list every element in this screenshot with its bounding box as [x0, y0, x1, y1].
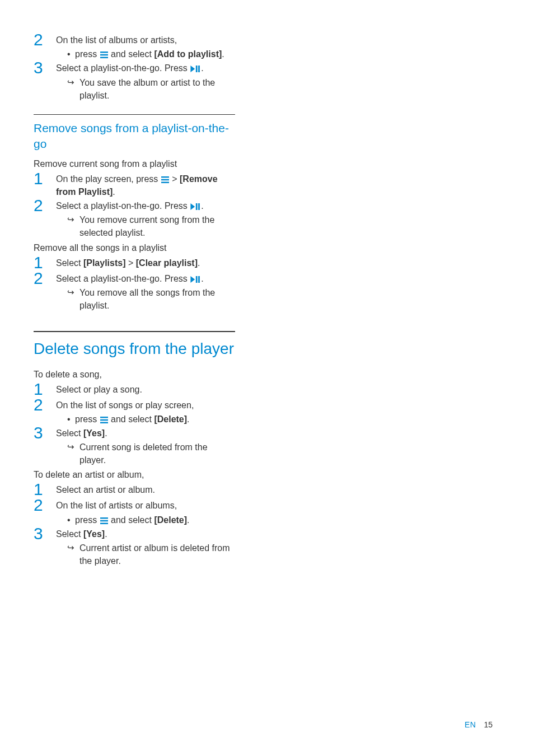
result-row: ↪ You save the album or artist to the pl… — [56, 76, 235, 102]
text-fragment: Select a playlist-on-the-go. Press — [56, 63, 190, 73]
result-text: You save the album or artist to the play… — [79, 76, 235, 102]
step-row: 2 Select a playlist-on-the-go. Press . ↪… — [34, 199, 235, 240]
text-fragment: . — [187, 515, 189, 525]
ui-label: [Clear playlist] — [136, 258, 198, 268]
text-fragment: Select a playlist-on-the-go. Press — [56, 201, 190, 211]
bullet-row: • press and select [Delete]. — [56, 514, 235, 526]
step-body: Select a playlist-on-the-go. Press . ↪ Y… — [56, 199, 235, 240]
bullet-text: press and select [Delete]. — [75, 514, 235, 526]
text-fragment: and select — [109, 515, 154, 525]
ui-label: [Playlists] — [83, 258, 126, 268]
text-fragment: . — [105, 428, 107, 438]
footer-language: EN — [465, 720, 476, 729]
text-fragment: and select — [109, 49, 154, 59]
text-fragment: . — [201, 63, 203, 73]
text-fragment: . — [201, 274, 203, 283]
text-fragment: press — [75, 49, 100, 59]
step-text: On the list of songs or play screen, — [56, 400, 194, 410]
lead-text: To delete an artist or album, — [34, 470, 235, 480]
text-fragment: . — [113, 187, 115, 197]
result-arrow-icon: ↪ — [67, 542, 79, 554]
step-body: On the list of albums or artists, • pres… — [56, 34, 235, 60]
lead-text: To delete a song, — [34, 370, 235, 380]
step-number: 3 — [34, 59, 56, 76]
subsection-heading: Remove songs from a playlist-on-the-go — [34, 120, 235, 152]
menu-icon — [100, 517, 108, 524]
result-text: Current song is deleted from the player. — [79, 441, 235, 466]
menu-icon — [100, 417, 108, 423]
step-row: 2 On the list of albums or artists, • pr… — [34, 34, 235, 60]
step-body: On the list of songs or play screen, • p… — [56, 399, 235, 426]
step-number: 1 — [34, 170, 56, 187]
lead-text: Remove current song from a playlist — [34, 159, 235, 169]
content-column: 2 On the list of albums or artists, • pr… — [34, 34, 235, 567]
text-fragment: Select — [56, 529, 83, 539]
step-row: 1 Select [Playlists] > [Clear playlist]. — [34, 256, 235, 271]
bullet-row: • press and select [Add to playlist]. — [56, 48, 235, 60]
ui-label: [Yes] — [83, 428, 105, 438]
step-row: 3 Select [Yes]. ↪ Current artist or albu… — [34, 528, 235, 568]
step-text: Select an artist or album. — [56, 485, 155, 494]
step-body: Select a playlist-on-the-go. Press . ↪ Y… — [56, 272, 235, 312]
bullet-dot-icon: • — [67, 514, 75, 526]
step-number: 2 — [34, 270, 56, 287]
result-row: ↪ You remove all the songs from the play… — [56, 286, 235, 312]
result-arrow-icon: ↪ — [67, 441, 79, 453]
result-text: Current artist or album is deleted from … — [79, 542, 235, 567]
divider-thick — [34, 331, 235, 332]
step-body: Select [Playlists] > [Clear playlist]. — [56, 256, 235, 269]
result-arrow-icon: ↪ — [67, 213, 79, 226]
step-text: On the list of artists or albums, — [56, 501, 177, 510]
text-fragment: Select — [56, 428, 83, 438]
step-body: Select an artist or album. — [56, 483, 235, 496]
ui-label: [Add to playlist] — [154, 49, 222, 59]
ui-label: [Delete] — [154, 515, 187, 525]
play-pause-icon — [190, 203, 200, 210]
step-row: 1 On the play screen, press > [Remove fr… — [34, 172, 235, 198]
text-fragment: . — [198, 258, 200, 268]
section-heading: Delete songs from the player — [34, 339, 235, 359]
divider-thin — [34, 114, 235, 115]
step-text: On the list of albums or artists, — [56, 35, 177, 45]
step-row: 2 On the list of artists or albums, • pr… — [34, 499, 235, 526]
result-row: ↪ Current song is deleted from the playe… — [56, 441, 235, 466]
text-fragment: . — [187, 414, 189, 424]
result-row: ↪ You remove current song from the selec… — [56, 213, 235, 239]
bullet-row: • press and select [Delete]. — [56, 413, 235, 426]
page-footer: EN15 — [465, 720, 493, 729]
step-row: 3 Select [Yes]. ↪ Current song is delete… — [34, 427, 235, 467]
result-text: You remove current song from the selecte… — [79, 213, 235, 239]
step-row: 1 Select or play a song. — [34, 383, 235, 398]
step-number: 2 — [34, 497, 56, 514]
text-fragment: > — [170, 174, 180, 184]
step-row: 1 Select an artist or album. — [34, 483, 235, 498]
text-fragment: press — [75, 414, 100, 424]
step-body: Select [Yes]. ↪ Current song is deleted … — [56, 427, 235, 467]
text-fragment: On the play screen, press — [56, 174, 161, 184]
bullet-text: press and select [Delete]. — [75, 413, 235, 426]
step-body: Select [Yes]. ↪ Current artist or album … — [56, 528, 235, 568]
bullet-dot-icon: • — [67, 413, 75, 426]
step-row: 2 On the list of songs or play screen, •… — [34, 399, 235, 426]
step-number: 3 — [34, 424, 56, 441]
text-fragment: Select — [56, 258, 83, 268]
step-row: 3 Select a playlist-on-the-go. Press . ↪… — [34, 62, 235, 102]
result-arrow-icon: ↪ — [67, 76, 79, 88]
bullet-dot-icon: • — [67, 48, 75, 60]
step-body: On the list of artists or albums, • pres… — [56, 499, 235, 526]
bullet-text: press and select [Add to playlist]. — [75, 48, 235, 60]
step-body: Select a playlist-on-the-go. Press . ↪ Y… — [56, 62, 235, 102]
play-pause-icon — [190, 276, 200, 283]
step-number: 2 — [34, 396, 56, 413]
menu-icon — [161, 176, 169, 183]
lead-text: Remove all the songs in a playlist — [34, 243, 235, 253]
result-arrow-icon: ↪ — [67, 286, 79, 298]
step-number: 2 — [34, 197, 56, 214]
text-fragment: . — [222, 49, 224, 59]
step-body: Select or play a song. — [56, 383, 235, 396]
step-text: Select or play a song. — [56, 385, 142, 394]
result-row: ↪ Current artist or album is deleted fro… — [56, 542, 235, 567]
text-fragment: Select a playlist-on-the-go. Press — [56, 274, 190, 283]
manual-page: 2 On the list of albums or artists, • pr… — [0, 0, 534, 756]
ui-label: [Yes] — [83, 529, 105, 539]
